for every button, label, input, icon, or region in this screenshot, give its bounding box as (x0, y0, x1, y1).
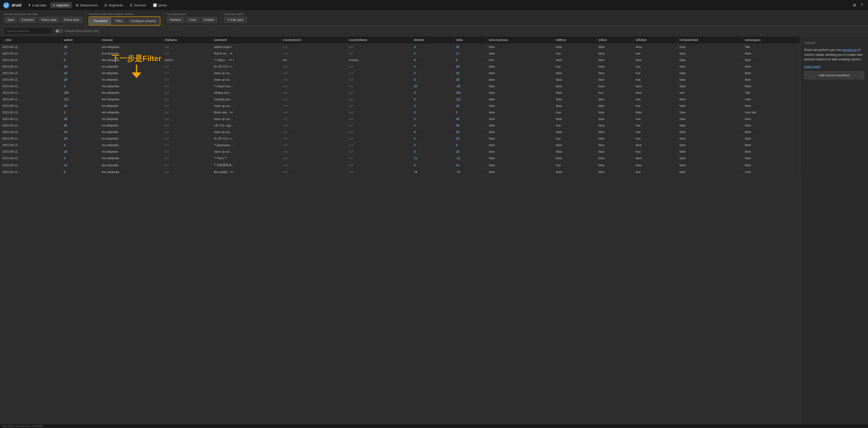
table-cell: Main (742, 155, 800, 162)
load-data-icon: ⬆ (28, 3, 31, 7)
step-tune[interactable]: Tune (186, 17, 199, 23)
table-cell: false (596, 122, 633, 129)
table-cell: false (596, 109, 633, 116)
table-cell: false (677, 122, 742, 129)
table-cell: true (633, 169, 677, 175)
table-cell: false (553, 149, 596, 155)
settings-button[interactable]: ⚙ (851, 2, 858, 9)
col-isnew[interactable]: isNew (596, 36, 633, 44)
wizard-bar: Connect and parse raw data Start Connect… (0, 11, 868, 26)
col-comment[interactable]: comment (211, 36, 280, 44)
table-cell: 18 (454, 149, 486, 155)
table-cell: null (346, 116, 411, 122)
table-cell: Bot updati... ••• (211, 169, 280, 175)
query-icon: ⬜ (153, 3, 157, 7)
table-cell: Talk (742, 44, 800, 51)
table-cell: false (486, 70, 553, 76)
step-connect[interactable]: Connect (18, 17, 37, 23)
table-cell: #vi.wikipedia (99, 116, 162, 122)
step-parse-time[interactable]: Parse time (61, 17, 83, 23)
table-cell: null (280, 142, 346, 149)
col-countryisocode[interactable]: countryIsoCo (280, 36, 346, 44)
table-cell: null (162, 96, 211, 103)
col-isanonymous[interactable]: isAnonymous (486, 36, 553, 44)
table-cell: null (280, 116, 346, 122)
table-container[interactable]: __time added channel cityName comment co… (0, 36, 800, 428)
table-cell: false (633, 44, 677, 51)
search-input[interactable] (4, 28, 52, 34)
nav-segments[interactable]: ⊟ Segments (101, 2, 126, 8)
col-isminor[interactable]: isMinor (553, 36, 596, 44)
table-cell: null (280, 90, 346, 96)
table-cell: #en.wikipedia (99, 57, 162, 64)
table-cell: Main (742, 129, 800, 135)
transformed-columns-toggle[interactable] (55, 29, 63, 33)
table-cell: 2015-09-12... (0, 122, 61, 129)
table-cell: false (633, 155, 677, 162)
table-cell: true (633, 149, 677, 155)
table-cell: true (633, 103, 677, 109)
col-added[interactable]: added (61, 36, 99, 44)
step-edit-spec[interactable]: ✎ Edit spec (224, 17, 247, 23)
col-channel[interactable]: channel (99, 36, 162, 44)
table-cell: 17 (61, 51, 99, 57)
table-cell: false (553, 116, 596, 122)
col-delta[interactable]: delta (454, 36, 486, 44)
table-cell: 18 (61, 149, 99, 155)
table-row: 2015-09-12...18#vi.wikipedianullclean up… (0, 76, 800, 83)
table-cell: false (553, 57, 596, 64)
table-cell: null (346, 129, 411, 135)
nav-datasources[interactable]: ⊞ Datasources (73, 2, 101, 8)
col-cityname[interactable]: cityName (162, 36, 211, 44)
learn-more-link[interactable]: Learn more (804, 65, 864, 68)
table-cell: Main (742, 116, 800, 122)
table-cell: false (596, 103, 633, 109)
nav-query[interactable]: ⬜ Query (150, 2, 170, 8)
wizard-section3-label: Tune parameters (166, 12, 218, 15)
nav-services[interactable]: ☰ Services (127, 2, 149, 8)
col-isrobot[interactable]: isRobot (633, 36, 677, 44)
table-cell: /* Imperi Aus... (211, 83, 280, 90)
nav-load-data[interactable]: ⬆ Load data (25, 2, 49, 8)
step-configure-schema[interactable]: Configure schema (127, 18, 159, 25)
step-publish[interactable]: Publish (200, 17, 218, 23)
col-time[interactable]: __time (0, 36, 61, 44)
step-parse-data[interactable]: Parse data (38, 17, 60, 23)
col-isunpatrolled[interactable]: isUnpatrolled (677, 36, 742, 44)
table-cell: false (553, 70, 596, 76)
table-cell: false (677, 96, 742, 103)
table-cell: false (677, 142, 742, 149)
wizard-section1-label: Connect and parse raw data (4, 12, 83, 15)
table-cell: null (346, 64, 411, 70)
table-cell: false (677, 149, 742, 155)
table-cell: 18 (454, 103, 486, 109)
help-button[interactable]: ? (859, 2, 865, 9)
table-cell: false (486, 64, 553, 70)
col-deleted[interactable]: deleted (411, 36, 454, 44)
nav-ingestion[interactable]: ≡ Ingestion (50, 2, 72, 8)
table-cell: 0 (61, 155, 99, 162)
transforms-link[interactable]: transforms (842, 48, 857, 52)
table-cell: false (677, 162, 742, 169)
table-cell: null (162, 90, 211, 96)
table-cell: 14 (454, 162, 486, 169)
step-partition[interactable]: Partition (166, 17, 185, 23)
status-bar: https://blog.csdn.net/weixin_44146996 (0, 424, 868, 428)
col-countryname[interactable]: countryName (346, 36, 411, 44)
table-cell: 0 (411, 57, 454, 64)
table-cell: -11 (454, 155, 486, 162)
step-filter[interactable]: Filter (112, 18, 126, 25)
table-cell: false (677, 135, 742, 142)
step-transform[interactable]: Transform (90, 18, 111, 25)
table-row: 2015-09-12...0#en.wikipedianullBot updat… (0, 169, 800, 175)
table-cell: null (280, 44, 346, 51)
table-cell: true (633, 129, 677, 135)
table-cell: false (486, 149, 553, 155)
table-cell: 18 (61, 103, 99, 109)
table-row: 2015-09-12...18#vi.wikipedianullfix Lỗi … (0, 135, 800, 142)
add-column-transform-button[interactable]: Add column transform (804, 71, 864, 79)
table-cell: false (596, 169, 633, 175)
step-start[interactable]: Start (4, 17, 17, 23)
col-namespace[interactable]: namespace (742, 36, 800, 44)
table-cell: 18 (454, 64, 486, 70)
